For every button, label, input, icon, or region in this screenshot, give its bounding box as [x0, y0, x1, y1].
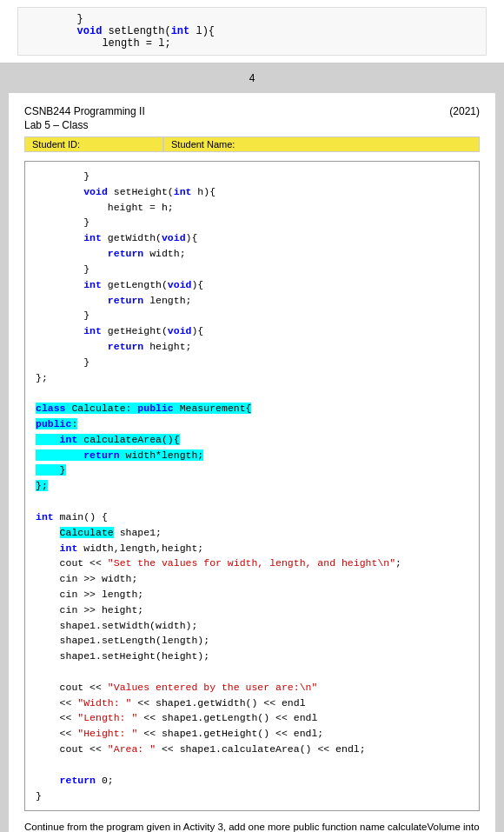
document: CSNB244 Programming II (2021) Lab 5 – Cl… — [9, 93, 495, 832]
code-line: } — [36, 463, 468, 478]
code-line: } — [36, 308, 468, 323]
student-name-label: Student Name: — [171, 139, 235, 150]
top-code-pre: } void setLength(int l){ length = l; — [17, 7, 487, 56]
code-line: cin >> length; — [36, 587, 468, 602]
code-line — [36, 494, 468, 509]
code-line: cout << "Area: " << shape1.calculateArea… — [36, 742, 468, 757]
page-number: 4 — [249, 72, 255, 84]
code-line: } — [36, 169, 468, 184]
instruction-main: Continue from the program given in Activ… — [24, 822, 480, 832]
code-line: int getLength(void){ — [36, 277, 468, 293]
code-line: int calculateArea(){ — [36, 432, 468, 448]
code-line — [36, 664, 468, 680]
code-line: height = h; — [36, 200, 468, 216]
code-line: shape1.setWidth(width); — [36, 618, 468, 634]
code-line: << "Width: " << shape1.getWidth() << end… — [36, 696, 468, 711]
top-code-area: } void setLength(int l){ length = l; — [0, 0, 504, 63]
course-title: CSNB244 Programming II — [24, 105, 145, 117]
code-block: } void setHeight(int h){ height = h; } i… — [24, 161, 480, 811]
code-line: class Calculate: public Measurement{ — [36, 401, 468, 416]
code-line: shape1.setHeight(height); — [36, 649, 468, 664]
code-line: }; — [36, 478, 468, 494]
student-name-cell: Student Name: — [163, 136, 480, 152]
code-line: int main() { — [36, 509, 468, 525]
code-line: cout << "Set the values for width, lengt… — [36, 556, 468, 571]
code-line: } — [36, 262, 468, 277]
code-line: } — [36, 355, 468, 370]
student-id-cell: Student ID: — [24, 136, 163, 152]
code-line: cin >> width; — [36, 571, 468, 587]
code-line: } — [36, 215, 468, 230]
code-line: cout << "Values entered by the user are:… — [36, 680, 468, 696]
code-line: return length; — [36, 293, 468, 309]
page-number-area: 4 — [0, 63, 504, 93]
code-line: int width,length,height; — [36, 541, 468, 556]
code-line: cin >> height; — [36, 602, 468, 618]
code-line — [36, 385, 468, 401]
code-line: void setHeight(int h){ — [36, 184, 468, 200]
code-line — [36, 757, 468, 773]
code-line: return 0; — [36, 773, 468, 789]
instruction-text: Continue from the program given in Activ… — [24, 820, 480, 832]
code-line: int getHeight(void){ — [36, 323, 468, 339]
code-line: return height; — [36, 339, 468, 355]
code-line: return width; — [36, 246, 468, 262]
lab-title: Lab 5 – Class — [24, 119, 88, 131]
doc-header: CSNB244 Programming II (2021) — [24, 105, 480, 117]
page-wrapper: } void setLength(int l){ length = l; 4 C… — [0, 0, 504, 832]
code-line: << "Height: " << shape1.getHeight() << e… — [36, 726, 468, 742]
code-line: return width*length; — [36, 448, 468, 463]
code-line: shape1.setLength(length); — [36, 633, 468, 649]
code-line: << "Length: " << shape1.getLength() << e… — [36, 710, 468, 726]
code-line: Calculate shape1; — [36, 525, 468, 541]
code-line: public: — [36, 416, 468, 432]
student-info-bar: Student ID: Student Name: — [24, 136, 480, 152]
code-line: }; — [36, 370, 468, 386]
doc-subheader: Lab 5 – Class — [24, 119, 480, 131]
course-year: (2021) — [449, 105, 480, 117]
code-line: int getWidth(void){ — [36, 230, 468, 246]
code-line: } — [36, 789, 468, 804]
student-id-label: Student ID: — [32, 139, 80, 150]
